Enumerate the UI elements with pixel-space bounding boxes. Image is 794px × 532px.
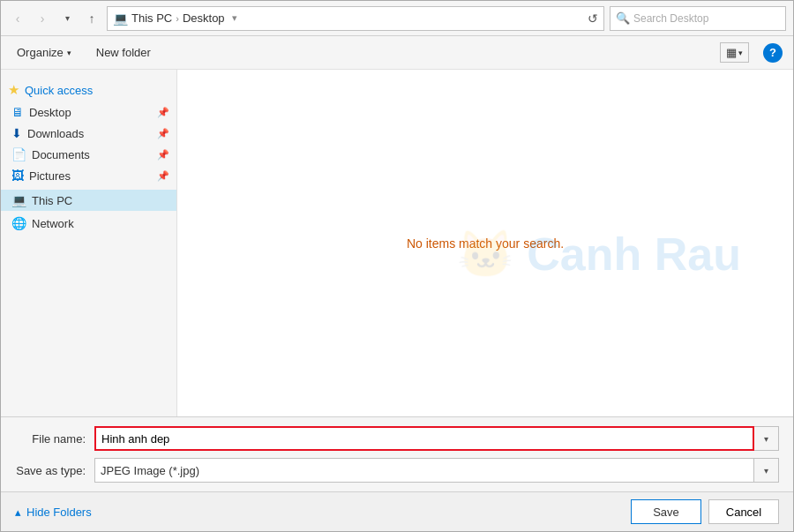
sidebar-pictures-label: Pictures: [29, 169, 71, 183]
pin-icon-pictures: 📌: [157, 170, 169, 182]
help-label: ?: [769, 46, 776, 59]
hide-folders-button[interactable]: ▴ Hide Folders: [15, 506, 92, 519]
address-dropdown-icon[interactable]: ▾: [232, 12, 237, 24]
downloads-icon: ⬇: [11, 126, 22, 140]
pictures-icon: 🖼: [11, 169, 24, 183]
sidebar-item-thispc[interactable]: 💻 This PC: [1, 190, 176, 211]
forward-button[interactable]: ›: [33, 9, 52, 28]
desktop-icon: 🖥: [11, 105, 24, 119]
save-button[interactable]: Save: [631, 499, 701, 524]
pin-icon-downloads: 📌: [157, 128, 169, 139]
recent-locations-button[interactable]: ▾: [57, 9, 77, 28]
organize-chevron-icon: ▾: [67, 49, 71, 57]
file-name-dropdown-button[interactable]: ▾: [754, 426, 779, 451]
back-button[interactable]: ‹: [8, 9, 27, 28]
empty-message: No items match your search.: [407, 236, 564, 251]
main-area: ★ Quick access 🖥 Desktop 📌 ⬇ Downloads 📌…: [1, 70, 793, 416]
sidebar-documents-label: Documents: [32, 148, 90, 161]
sidebar-network-label: Network: [32, 217, 74, 230]
refresh-button[interactable]: ↺: [588, 11, 598, 26]
file-type-dropdown-button[interactable]: ▾: [754, 458, 779, 483]
content-area: No items match your search. 🐱 Canh Rau: [177, 70, 793, 416]
sidebar-item-pictures[interactable]: 🖼 Pictures 📌: [1, 165, 176, 186]
sidebar-item-documents[interactable]: 📄 Documents 📌: [1, 144, 176, 165]
pin-icon-documents: 📌: [157, 149, 169, 161]
view-chevron-icon: ▾: [738, 49, 743, 57]
file-name-input-wrapper: ▾: [94, 426, 779, 451]
sidebar-item-downloads[interactable]: ⬇ Downloads 📌: [1, 123, 176, 144]
sidebar-thispc-label: This PC: [32, 194, 72, 207]
file-name-label: File name:: [15, 432, 86, 446]
file-type-input-wrapper: ▾: [94, 458, 779, 483]
sidebar-item-desktop[interactable]: 🖥 Desktop 📌: [1, 101, 176, 123]
quick-access-label: Quick access: [25, 84, 93, 97]
sidebar-item-network[interactable]: 🌐 Network: [1, 213, 176, 234]
hide-folders-label: Hide Folders: [26, 506, 92, 519]
sidebar: ★ Quick access 🖥 Desktop 📌 ⬇ Downloads 📌…: [1, 70, 177, 416]
view-button[interactable]: ▦ ▾: [720, 42, 749, 63]
file-type-input[interactable]: [94, 458, 754, 483]
save-as-type-label: Save as type:: [15, 464, 86, 477]
quick-access-icon: ★: [8, 82, 19, 98]
organize-button[interactable]: Organize ▾: [11, 42, 77, 63]
bottom-bar: File name: ▾ Save as type: ▾: [1, 416, 793, 491]
watermark: 🐱 Canh Rau: [457, 227, 741, 281]
footer: ▴ Hide Folders Save Cancel: [1, 491, 793, 531]
sidebar-desktop-label: Desktop: [29, 106, 71, 119]
search-icon: 🔍: [616, 11, 630, 25]
documents-icon: 📄: [11, 147, 26, 161]
search-placeholder: Search Desktop: [633, 12, 708, 25]
search-bar[interactable]: 🔍 Search Desktop: [610, 6, 786, 31]
file-type-row: Save as type: ▾: [15, 458, 779, 483]
quick-access-header[interactable]: ★ Quick access: [1, 77, 176, 101]
address-bar[interactable]: 💻 This PC › Desktop ▾ ↺: [107, 6, 604, 31]
view-icon: ▦: [726, 46, 737, 59]
up-button[interactable]: ↑: [82, 9, 101, 28]
cancel-button[interactable]: Cancel: [708, 499, 779, 524]
help-button[interactable]: ?: [763, 43, 783, 63]
command-bar: Organize ▾ New folder ▦ ▾ ?: [1, 36, 793, 70]
thispc-icon: 💻: [11, 193, 26, 207]
save-label: Save: [653, 506, 679, 519]
toolbar: ‹ › ▾ ↑ 💻 This PC › Desktop ▾ ↺ 🔍 Search…: [1, 1, 793, 36]
path-thispc: This PC: [131, 11, 172, 25]
chevron-up-icon: ▴: [15, 506, 21, 519]
pin-icon-desktop: 📌: [157, 107, 169, 118]
file-name-input[interactable]: [94, 426, 754, 451]
new-folder-label: New folder: [96, 46, 151, 59]
pc-icon: 💻: [113, 11, 128, 26]
path-desktop: Desktop: [183, 11, 225, 25]
new-folder-button[interactable]: New folder: [91, 42, 156, 63]
cancel-label: Cancel: [726, 506, 761, 519]
organize-label: Organize: [17, 46, 64, 59]
sidebar-downloads-label: Downloads: [27, 127, 84, 140]
file-name-row: File name: ▾: [15, 426, 779, 451]
network-icon: 🌐: [11, 216, 26, 230]
